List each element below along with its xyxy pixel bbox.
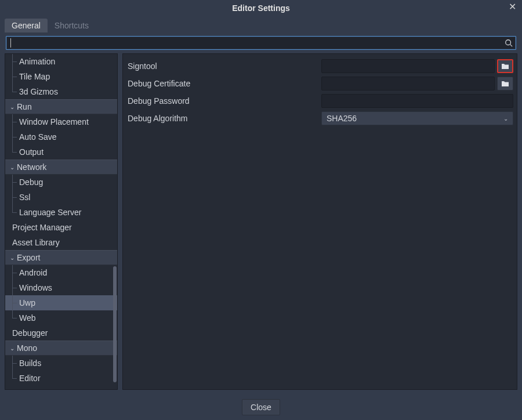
sidebar-item-builds[interactable]: Builds xyxy=(5,356,117,371)
chevron-down-icon: ⌄ xyxy=(9,255,16,261)
sidebar-item-tile-map[interactable]: Tile Map xyxy=(5,69,117,84)
property-row-debug-certificate: Debug Certificate xyxy=(126,75,513,92)
sidebar-category-run[interactable]: ⌄Run xyxy=(5,99,117,114)
property-label: Debug Certificate xyxy=(126,79,318,88)
property-label: Signtool xyxy=(126,61,318,71)
sidebar-item-language-server[interactable]: Language Server xyxy=(5,205,117,220)
tab-bar: General Shortcuts xyxy=(0,16,522,32)
signtool-input[interactable] xyxy=(321,59,495,73)
signtool-browse-button[interactable] xyxy=(497,59,513,73)
search-focus-ring xyxy=(6,36,516,50)
folder-icon xyxy=(501,80,509,87)
property-row-signtool: Signtool xyxy=(126,57,513,75)
close-icon[interactable]: ✕ xyxy=(509,2,516,12)
tab-general[interactable]: General xyxy=(5,19,48,32)
property-label: Debug Password xyxy=(126,96,318,106)
debug-algorithm-select[interactable]: SHA256 ⌄ xyxy=(321,111,513,125)
sidebar-category-mono[interactable]: ⌄Mono xyxy=(5,341,117,356)
debug-password-input[interactable] xyxy=(321,94,513,108)
tab-shortcuts[interactable]: Shortcuts xyxy=(48,19,96,32)
sidebar-item-asset-library[interactable]: Asset Library xyxy=(5,235,117,250)
titlebar: Editor Settings ✕ xyxy=(0,0,522,16)
sidebar-item-android[interactable]: Android xyxy=(5,265,117,280)
sidebar-item-window-placement[interactable]: Window Placement xyxy=(5,114,117,129)
search-input[interactable] xyxy=(11,37,505,49)
settings-tree: Animation Tile Map 3d Gizmos ⌄Run Window… xyxy=(5,53,118,390)
svg-point-0 xyxy=(506,40,511,45)
folder-icon xyxy=(501,63,509,70)
debug-certificate-input[interactable] xyxy=(321,77,495,90)
search-container xyxy=(0,32,522,53)
search-icon xyxy=(505,39,513,47)
sidebar-item-animation[interactable]: Animation xyxy=(5,54,117,69)
sidebar-item-editor[interactable]: Editor xyxy=(5,371,117,386)
property-row-debug-algorithm: Debug Algorithm SHA256 ⌄ xyxy=(126,110,513,127)
sidebar-item-windows[interactable]: Windows xyxy=(5,280,117,295)
sidebar-item-project-manager[interactable]: Project Manager xyxy=(5,220,117,235)
chevron-down-icon: ⌄ xyxy=(9,164,16,171)
property-label: Debug Algorithm xyxy=(126,114,318,123)
property-row-debug-password: Debug Password xyxy=(126,92,513,110)
sidebar-item-debugger[interactable]: Debugger xyxy=(5,325,117,341)
chevron-down-icon: ⌄ xyxy=(9,104,16,110)
sidebar-item-3d-gizmos[interactable]: 3d Gizmos xyxy=(5,84,117,99)
search-bar[interactable] xyxy=(7,37,515,49)
properties-panel: Signtool Debug Certificate xyxy=(122,53,517,390)
sidebar-item-web[interactable]: Web xyxy=(5,310,117,325)
sidebar-item-debug[interactable]: Debug xyxy=(5,175,117,190)
svg-line-1 xyxy=(510,45,513,47)
chevron-down-icon: ⌄ xyxy=(503,115,508,122)
main-area: Animation Tile Map 3d Gizmos ⌄Run Window… xyxy=(0,53,522,394)
sidebar-item-ssl[interactable]: Ssl xyxy=(5,190,117,205)
sidebar-item-auto-save[interactable]: Auto Save xyxy=(5,129,117,144)
dialog-footer: Close xyxy=(0,394,522,420)
select-value: SHA256 xyxy=(327,114,357,123)
window-title: Editor Settings xyxy=(232,3,290,13)
chevron-down-icon: ⌄ xyxy=(9,345,16,352)
sidebar-category-network[interactable]: ⌄Network xyxy=(5,160,117,175)
sidebar-item-output[interactable]: Output xyxy=(5,144,117,160)
scrollbar-thumb[interactable] xyxy=(113,266,117,382)
sidebar-item-uwp[interactable]: Uwp xyxy=(5,295,117,310)
close-button[interactable]: Close xyxy=(242,399,280,415)
sidebar-category-export[interactable]: ⌄Export xyxy=(5,250,117,265)
debug-certificate-browse-button[interactable] xyxy=(497,77,513,90)
